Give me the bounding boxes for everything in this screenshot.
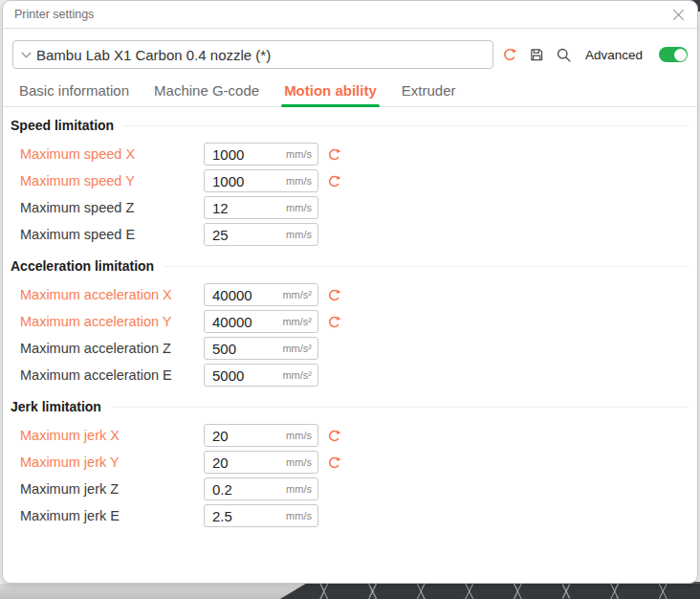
input-maximum-acceleration-e[interactable] <box>205 367 277 384</box>
reset-icon <box>327 288 341 302</box>
printer-settings-dialog: Printer settings Bambu Lab X1 Carbon 0.4… <box>2 0 698 584</box>
section-title: Speed limitation <box>11 118 114 133</box>
input-maximum-speed-y[interactable] <box>205 173 277 189</box>
setting-row: Maximum jerk X mm/s <box>11 422 689 449</box>
input-maximum-acceleration-z[interactable] <box>205 341 277 357</box>
unit-label: mm/s <box>286 483 312 495</box>
unit-label: mm/s <box>286 430 312 441</box>
label-maximum-jerk-y: Maximum jerk Y <box>20 455 204 470</box>
reset-button-maximum-speed-y[interactable] <box>326 173 341 189</box>
label-maximum-jerk-z: Maximum jerk Z <box>20 481 204 497</box>
label-maximum-speed-y: Maximum speed Y <box>20 173 204 189</box>
label-maximum-speed-e: Maximum speed E <box>20 227 204 242</box>
unit-label: mm/s <box>286 456 312 468</box>
label-maximum-acceleration-y: Maximum acceleration Y <box>20 314 204 329</box>
chevron-down-icon <box>21 52 32 58</box>
section-divider <box>111 407 689 408</box>
input-maximum-speed-x[interactable] <box>205 146 277 163</box>
section-jerk-limitation: Jerk limitation Maximum jerk X mm/s Maxi… <box>11 399 689 529</box>
build-plate <box>280 582 700 599</box>
settings-content: Speed limitation Maximum speed X mm/s Ma… <box>3 107 697 583</box>
section-speed-limitation: Speed limitation Maximum speed X mm/s Ma… <box>11 118 689 248</box>
unit-label: mm/s <box>286 510 312 521</box>
toggle-knob <box>674 49 687 61</box>
reset-button-maximum-acceleration-y[interactable] <box>326 314 341 329</box>
setting-row: Maximum acceleration E mm/s² <box>11 362 689 388</box>
unit-label: mm/s <box>286 229 312 240</box>
setting-row: Maximum acceleration X mm/s² <box>11 281 689 308</box>
preset-name: Bambu Lab X1 Carbon 0.4 nozzle (*) <box>36 47 271 63</box>
setting-row: Maximum jerk Z mm/s <box>11 476 689 502</box>
label-maximum-speed-z: Maximum speed Z <box>20 200 204 215</box>
input-maximum-acceleration-x[interactable] <box>205 287 277 303</box>
advanced-label: Advanced <box>585 48 643 62</box>
section-title: Jerk limitation <box>11 399 101 414</box>
tab-motion-ability[interactable]: Motion ability <box>284 79 377 106</box>
input-maximum-speed-z[interactable] <box>205 200 277 216</box>
advanced-toggle[interactable] <box>659 47 688 62</box>
unit-label: mm/s² <box>282 369 312 381</box>
unit-label: mm/s² <box>282 289 312 300</box>
section-title: Acceleration limitation <box>11 258 154 274</box>
setting-row: Maximum speed E mm/s <box>11 221 689 248</box>
input-maximum-jerk-e[interactable] <box>205 508 277 524</box>
reset-icon <box>327 174 341 189</box>
unit-label: mm/s² <box>282 316 312 327</box>
section-divider <box>123 125 689 126</box>
unit-label: mm/s <box>286 148 312 160</box>
setting-row: Maximum speed Z mm/s <box>11 194 689 221</box>
label-maximum-acceleration-e: Maximum acceleration E <box>20 367 204 383</box>
unit-label: mm/s <box>286 175 312 187</box>
label-maximum-acceleration-z: Maximum acceleration Z <box>20 341 204 356</box>
section-divider <box>164 266 689 267</box>
tab-extruder[interactable]: Extruder <box>402 79 456 106</box>
search-settings-button[interactable] <box>556 47 572 63</box>
tab-bar: Basic informationMachine G-codeMotion ab… <box>3 79 697 107</box>
reset-icon <box>327 429 341 443</box>
label-maximum-jerk-e: Maximum jerk E <box>20 508 204 523</box>
setting-row: Maximum acceleration Z mm/s² <box>11 335 689 362</box>
tab-machine-g-code[interactable]: Machine G-code <box>154 79 259 106</box>
setting-row: Maximum acceleration Y mm/s² <box>11 308 689 335</box>
save-icon <box>529 47 544 62</box>
input-maximum-speed-e[interactable] <box>205 227 277 243</box>
setting-row: Maximum speed X mm/s <box>11 141 689 167</box>
reset-icon <box>327 455 341 470</box>
unit-label: mm/s <box>286 202 312 213</box>
label-maximum-speed-x: Maximum speed X <box>20 146 204 162</box>
search-icon <box>556 47 572 63</box>
preset-bar: Bambu Lab X1 Carbon 0.4 nozzle (*) <box>12 40 688 69</box>
reset-button-maximum-acceleration-x[interactable] <box>326 287 341 302</box>
setting-row: Maximum jerk Y mm/s <box>11 449 689 476</box>
reset-icon <box>327 315 341 329</box>
input-maximum-jerk-z[interactable] <box>205 481 277 498</box>
section-acceleration-limitation: Acceleration limitation Maximum accelera… <box>11 258 689 388</box>
reset-preset-button[interactable] <box>502 47 518 63</box>
save-preset-button[interactable] <box>529 47 545 63</box>
tab-basic-information[interactable]: Basic information <box>19 79 129 106</box>
reset-icon <box>502 47 517 62</box>
window-title: Printer settings <box>14 8 94 21</box>
label-maximum-jerk-x: Maximum jerk X <box>20 428 204 443</box>
unit-label: mm/s² <box>282 343 312 354</box>
printer-preset-select[interactable]: Bambu Lab X1 Carbon 0.4 nozzle (*) <box>12 40 493 69</box>
reset-button-maximum-jerk-y[interactable] <box>326 455 341 470</box>
reset-icon <box>327 147 341 162</box>
setting-row: Maximum jerk E mm/s <box>11 502 689 529</box>
input-maximum-acceleration-y[interactable] <box>205 314 277 330</box>
reset-button-maximum-speed-x[interactable] <box>326 146 341 162</box>
dialog-titlebar: Printer settings <box>3 1 697 29</box>
close-icon <box>672 9 685 21</box>
preset-actions: Advanced <box>502 47 688 63</box>
setting-row: Maximum speed Y mm/s <box>11 167 689 194</box>
input-maximum-jerk-x[interactable] <box>205 428 277 444</box>
label-maximum-acceleration-x: Maximum acceleration X <box>20 287 204 302</box>
input-maximum-jerk-y[interactable] <box>205 455 277 471</box>
reset-button-maximum-jerk-x[interactable] <box>326 428 341 443</box>
close-button[interactable] <box>668 5 688 24</box>
